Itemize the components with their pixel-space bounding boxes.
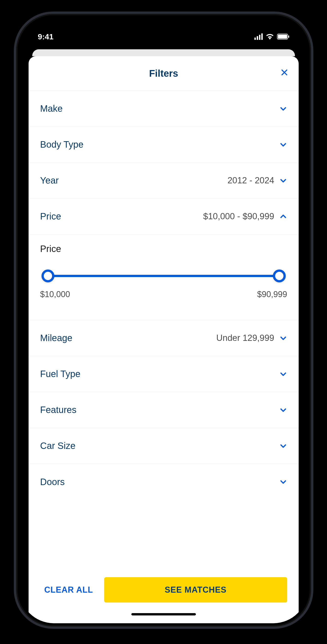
price-slider[interactable] [42,270,285,282]
filter-value: 2012 - 2024 [227,176,274,186]
filter-label: Car Size [40,440,75,451]
chevron-down-icon [279,442,287,450]
chevron-down-icon [279,334,287,342]
filter-row-body-type[interactable]: Body Type [29,127,299,162]
home-indicator[interactable] [131,613,196,616]
filter-row-mileage[interactable]: Mileage Under 129,999 [29,320,299,356]
filter-row-features[interactable]: Features [29,392,299,428]
chevron-down-icon [279,406,287,414]
chevron-down-icon [279,105,287,113]
cellular-icon [254,34,263,40]
svg-rect-2 [288,36,289,38]
chevron-up-icon [279,212,287,220]
wifi-icon [266,34,274,40]
filter-label: Price [40,211,61,222]
screen: 9:41 Filters [19,17,308,623]
side-button [14,138,15,166]
side-button [14,246,15,297]
price-slider-label: Price [40,244,287,254]
close-button[interactable] [280,68,288,78]
filter-label: Year [40,175,59,186]
clear-all-button[interactable]: CLEAR ALL [40,578,97,601]
side-button [312,203,313,281]
filter-row-doors[interactable]: Doors [29,464,299,500]
sheet-title: Filters [149,68,178,79]
filter-value: $10,000 - $90,999 [203,212,274,221]
chevron-down-icon [279,141,287,148]
status-time: 9:41 [38,32,54,41]
chevron-down-icon [279,370,287,378]
chevron-down-icon [279,478,287,486]
filter-row-year[interactable]: Year 2012 - 2024 [29,162,299,198]
chevron-down-icon [279,177,287,184]
filter-label: Doors [40,477,65,487]
phone-frame: 9:41 Filters [14,12,313,629]
filter-label: Mileage [40,333,72,343]
filter-list[interactable]: Make Body Type Y [29,91,299,569]
filter-row-price[interactable]: Price $10,000 - $90,999 [29,198,299,234]
slider-thumb-max[interactable] [273,270,286,282]
dynamic-island [127,25,200,41]
filter-label: Fuel Type [40,369,80,379]
price-slider-panel: Price $10,000 $90,999 [29,234,299,320]
filter-label: Make [40,104,63,114]
background-sheet [32,49,295,56]
svg-rect-1 [278,34,287,39]
status-right [254,34,289,40]
slider-min-value: $10,000 [40,290,70,299]
battery-icon [277,34,289,40]
slider-thumb-min[interactable] [42,270,54,282]
filters-sheet: Filters Make Body Type [29,56,299,623]
filter-label: Body Type [40,139,83,150]
see-matches-button[interactable]: SEE MATCHES [104,577,287,602]
slider-values: $10,000 $90,999 [40,290,287,299]
side-button [14,184,15,235]
sheet-header: Filters [29,56,299,91]
filter-row-fuel-type[interactable]: Fuel Type [29,356,299,392]
filter-label: Features [40,405,77,415]
slider-track [47,275,280,277]
filter-row-make[interactable]: Make [29,91,299,127]
slider-max-value: $90,999 [257,290,287,299]
filter-value: Under 129,999 [216,333,274,343]
filter-row-car-size[interactable]: Car Size [29,428,299,464]
